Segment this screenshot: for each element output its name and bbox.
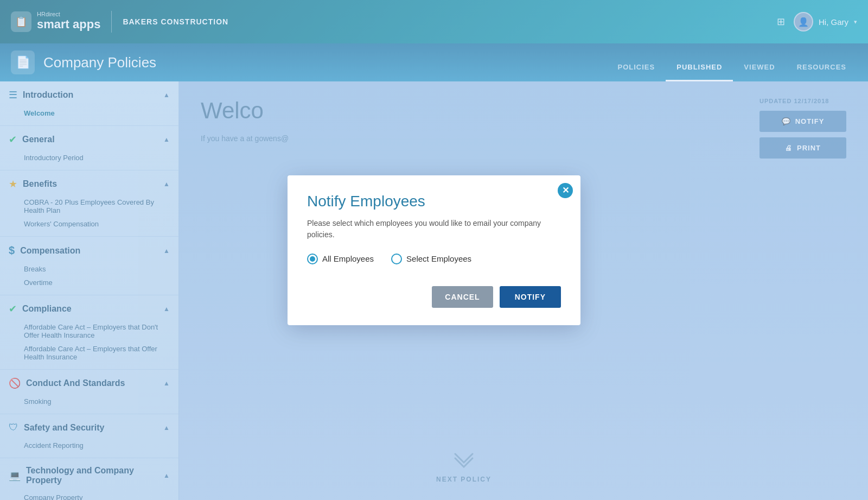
modal-buttons: CANCEL NOTIFY <box>307 286 561 308</box>
modal-close-button[interactable]: ✕ <box>558 183 573 198</box>
modal-overlay: ✕ Notify Employees Please select which e… <box>0 0 868 500</box>
radio-select-label: Select Employees <box>406 254 471 263</box>
radio-all-circle <box>307 254 318 264</box>
cancel-button[interactable]: CANCEL <box>432 286 493 308</box>
modal-title: Notify Employees <box>307 193 561 210</box>
radio-select-circle <box>391 254 402 264</box>
radio-all-label: All Employees <box>322 254 374 263</box>
modal-notify-button[interactable]: NOTIFY <box>500 286 561 308</box>
radio-select-employees[interactable]: Select Employees <box>391 254 471 264</box>
radio-all-employees[interactable]: All Employees <box>307 254 374 264</box>
radio-group: All Employees Select Employees <box>307 254 561 264</box>
notify-employees-modal: ✕ Notify Employees Please select which e… <box>288 175 580 325</box>
modal-description: Please select which employees you would … <box>307 218 561 240</box>
